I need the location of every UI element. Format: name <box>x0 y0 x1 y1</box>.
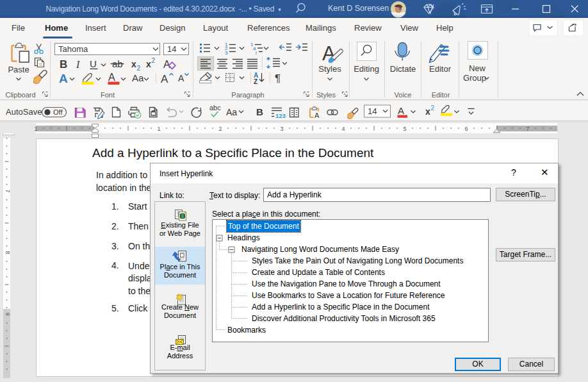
svg-text:I: I <box>76 59 80 70</box>
svg-text:Group: Group <box>463 73 486 83</box>
svg-text:3: 3 <box>280 126 283 132</box>
svg-text:U: U <box>90 58 97 69</box>
svg-text:14: 14 <box>167 44 176 54</box>
svg-text:4: 4 <box>341 126 345 132</box>
svg-text:9: 9 <box>4 312 10 315</box>
svg-text:Aa: Aa <box>226 107 237 117</box>
svg-text:i: i <box>256 50 257 56</box>
svg-text:Paste: Paste <box>8 65 29 74</box>
svg-text:A: A <box>161 73 168 85</box>
svg-text:1: 1 <box>34 126 37 132</box>
svg-text:Dictate: Dictate <box>390 64 416 74</box>
svg-text:AutoSave: AutoSave <box>6 107 42 117</box>
svg-text:2: 2 <box>152 57 156 64</box>
svg-text:A: A <box>178 73 184 83</box>
svg-text:B: B <box>60 58 67 71</box>
svg-text:New: New <box>469 63 486 73</box>
svg-text:Tahoma: Tahoma <box>58 44 88 54</box>
svg-text:14: 14 <box>368 106 377 116</box>
svg-text:Editor: Editor <box>429 64 452 74</box>
svg-text:7: 7 <box>4 189 10 192</box>
svg-text:7: 7 <box>526 126 529 132</box>
svg-text:¶: ¶ <box>275 72 281 85</box>
svg-text:x: x <box>131 59 136 69</box>
svg-text:3: 3 <box>225 50 228 56</box>
svg-text:5: 5 <box>403 126 406 132</box>
svg-text:2: 2 <box>431 104 435 112</box>
svg-text:x: x <box>425 106 430 117</box>
svg-text:Aa: Aa <box>132 72 144 83</box>
svg-text:A: A <box>108 72 115 83</box>
svg-text:A: A <box>314 112 320 119</box>
svg-text:Off: Off <box>53 108 63 116</box>
svg-text:2: 2 <box>137 65 141 72</box>
svg-text:123: 123 <box>275 112 286 119</box>
svg-text:8: 8 <box>4 251 10 254</box>
svg-text:2: 2 <box>218 126 222 132</box>
svg-text:Editing: Editing <box>354 64 379 74</box>
svg-text:B: B <box>256 106 263 117</box>
svg-text:1: 1 <box>157 126 160 132</box>
svg-text:A: A <box>59 72 68 85</box>
svg-text:Z: Z <box>254 78 257 85</box>
svg-text:Styles: Styles <box>318 64 341 74</box>
svg-text:A: A <box>398 105 404 116</box>
svg-text:x: x <box>146 59 151 69</box>
svg-text:abc: abc <box>209 104 221 112</box>
svg-text:6: 6 <box>464 126 468 132</box>
